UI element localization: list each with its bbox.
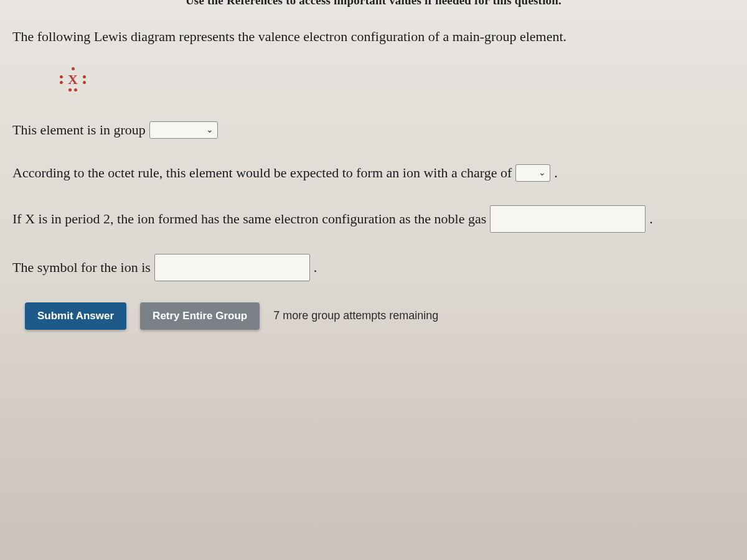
- submit-answer-button[interactable]: Submit Answer: [25, 302, 126, 330]
- lewis-element-symbol: X: [68, 72, 78, 88]
- punctuation: .: [554, 162, 558, 184]
- lewis-right-pair: [82, 75, 87, 84]
- noble-gas-input[interactable]: [490, 205, 646, 233]
- chevron-down-icon: ⌄: [206, 123, 214, 137]
- chevron-down-icon: ⌄: [538, 166, 546, 180]
- references-hint: Use the References to access important v…: [12, 0, 735, 7]
- question-intro: The following Lewis diagram represents t…: [12, 27, 735, 47]
- q1-label: This element is in group: [12, 119, 146, 141]
- q3-label: If X is in period 2, the ion formed has …: [12, 208, 486, 230]
- lewis-left-pair: [59, 75, 64, 84]
- ion-symbol-input[interactable]: [154, 254, 310, 281]
- q2-label: According to the octet rule, this elemen…: [12, 162, 512, 184]
- lewis-diagram: X: [59, 65, 735, 95]
- punctuation: .: [649, 208, 653, 230]
- q4-label: The symbol for the ion is: [12, 256, 151, 278]
- charge-select[interactable]: ⌄: [515, 164, 550, 182]
- group-select[interactable]: ⌄: [149, 121, 218, 139]
- retry-group-button[interactable]: Retry Entire Group: [140, 302, 260, 330]
- punctuation: .: [314, 256, 317, 278]
- attempts-remaining: 7 more group attempts remaining: [273, 309, 438, 322]
